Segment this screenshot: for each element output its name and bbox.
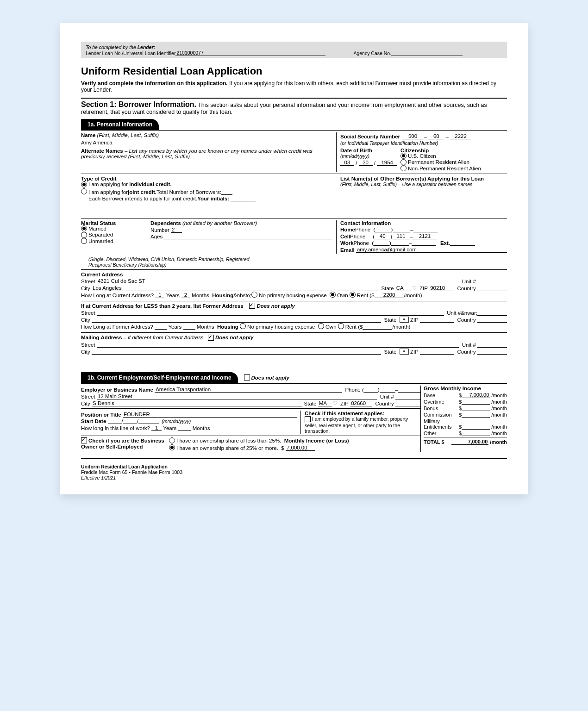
dob-m[interactable]: 03 (340, 160, 354, 166)
initials[interactable] (231, 201, 256, 201)
dependents-num[interactable]: 2 (171, 227, 182, 233)
cell-num[interactable]: 2121 (413, 233, 437, 239)
credit-type-label: Type of Credit (81, 176, 340, 181)
dropdown-icon[interactable]: ♡ (412, 285, 417, 291)
dependents-ages[interactable] (164, 239, 332, 239)
tab-1b: 1b. Current Employment/Self-Employment a… (81, 372, 238, 383)
marital-contact-row: Marital Status Married Separated Unmarri… (81, 218, 507, 256)
employer-name[interactable]: America Transportation (155, 387, 342, 393)
cell-area[interactable]: 40 (375, 233, 390, 239)
radio-icon (81, 188, 87, 194)
cur-state[interactable]: CA (395, 285, 411, 291)
dropdown-icon[interactable]: ▼ (400, 349, 409, 355)
other-borrowers-label: List Name(s) of Other Borrower(s) Applyi… (340, 176, 507, 181)
name-label: Name (81, 132, 95, 138)
marital-label: Marital Status (81, 220, 150, 226)
checkbox-icon[interactable] (244, 374, 250, 380)
dependents-label: Dependents (150, 220, 181, 226)
citizenship-label: Citizenship (400, 148, 481, 153)
share-lt25[interactable]: I have an ownership share of less than 2… (169, 438, 420, 444)
checkbox-icon[interactable] (208, 335, 214, 341)
tab1b-row: 1b. Current Employment/Self-Employment a… (81, 368, 507, 383)
name-value[interactable]: Amy America (81, 140, 332, 145)
lender-instruction: To be completed by the Lender: (86, 44, 502, 50)
separated[interactable]: Separated (81, 232, 150, 238)
radio-icon[interactable] (318, 323, 324, 329)
radio-icon (400, 153, 407, 159)
radio-icon (81, 181, 87, 187)
checkbox-icon[interactable] (249, 303, 255, 309)
section-1-header: Section 1: Borrower Information. This se… (81, 100, 507, 115)
radio-icon (169, 444, 175, 450)
radio-icon (169, 437, 175, 443)
radio-icon (400, 159, 407, 165)
radio-icon (81, 238, 87, 244)
position[interactable]: FOUNDER (123, 412, 297, 418)
personal-info-row1: Name (First, Middle, Last, Suffix) Amy A… (81, 130, 507, 174)
radio-icon[interactable] (330, 292, 336, 298)
cur-zip[interactable]: 90210 (429, 285, 454, 291)
tab-1a: 1a. Personal Information (81, 119, 159, 130)
marital-fine: (Single, Divorced, Widowed, Civil Union,… (88, 256, 274, 268)
ssn-3[interactable]: 2222 (450, 133, 471, 139)
dob-y[interactable]: 1954 (377, 160, 397, 166)
lender-box: To be completed by the Lender: Lender Lo… (81, 42, 507, 58)
credit-joint[interactable]: I am applying for joint credit. Total Nu… (81, 189, 340, 195)
credit-individual[interactable]: I am applying for individual credit. (81, 181, 340, 187)
radio-icon (400, 165, 407, 171)
cell-pre[interactable]: 111 (392, 233, 410, 239)
contact-label: Contact Information (340, 220, 507, 226)
email[interactable]: amy.america@gmail.com (356, 247, 507, 253)
divider (81, 98, 507, 99)
cit-pra[interactable]: Permanent Resident Alien (400, 159, 481, 165)
share-ge25[interactable]: I have an ownership share of 25% or more… (169, 445, 420, 451)
cur-city[interactable]: Los Angeles (92, 285, 378, 291)
form-page: To be completed by the Lender: Lender Lo… (60, 23, 528, 494)
radio-icon (81, 225, 87, 231)
rent-amount[interactable]: 2200 (375, 292, 404, 298)
dob-d[interactable]: 30 (359, 160, 373, 166)
radio-icon[interactable] (338, 323, 344, 329)
ssn-1[interactable]: 500 (403, 133, 423, 139)
checkbox-icon[interactable] (81, 437, 87, 443)
emp-city[interactable]: S Dennis (92, 400, 302, 406)
emp-zip[interactable]: 02660 (350, 400, 372, 406)
loan-no-label: Lender Loan No./Universal Loan Identifie… (86, 50, 175, 56)
dropdown-icon[interactable]: ♡ (333, 400, 338, 406)
altname-label: Alternate Names (81, 148, 123, 154)
current-address: Current Address Street 4321 Cul de Sac S… (81, 269, 507, 301)
income-base[interactable]: 7,000.00 (462, 392, 490, 398)
dob-label: Date of Birth (340, 148, 400, 153)
ssn-2[interactable]: 60 (428, 133, 444, 139)
former-address: If at Current Address for LESS than 2 ye… (81, 301, 507, 332)
ssn-label: Social Security Number (340, 134, 400, 139)
form-intro: Verify and complete the information on t… (81, 80, 507, 93)
checkbox-icon[interactable] (305, 416, 311, 422)
form-title: Uniform Residential Loan Application (81, 65, 507, 77)
cit-npra[interactable]: Non-Permanent Resident Alien (400, 166, 481, 172)
footer: Uniform Residential Loan Application Fre… (81, 464, 507, 480)
monthly-income[interactable]: 7,000.00 (286, 445, 315, 451)
income-total[interactable]: 7,000.00 (451, 439, 488, 445)
credit-row: Type of Credit I am applying for individ… (81, 174, 507, 204)
radio-icon (81, 232, 87, 238)
emp-street[interactable]: 12 Main Street (97, 393, 377, 399)
employment-block: Employer or Business Name America Transp… (81, 383, 507, 454)
mailing-address: Mailing Address – if different from Curr… (81, 332, 507, 357)
radio-icon[interactable] (350, 292, 356, 298)
dropdown-icon[interactable]: ▼ (400, 317, 409, 323)
gross-income: Gross Monthly Income Base$7,000.00 /mont… (420, 386, 507, 452)
divider (81, 458, 507, 459)
emp-state[interactable]: MA (318, 400, 332, 406)
loan-no-value[interactable]: 2101000077 (175, 50, 325, 56)
married[interactable]: Married (81, 226, 150, 232)
cit-us[interactable]: U.S. Citizen (400, 153, 481, 159)
cur-street[interactable]: 4321 Cul de Sac ST (97, 278, 459, 284)
radio-icon[interactable] (240, 323, 246, 329)
agency-case-value[interactable] (391, 56, 463, 56)
radio-icon[interactable] (251, 292, 257, 298)
agency-case-label: Agency Case No. (353, 50, 391, 56)
unmarried[interactable]: Unmarried (81, 238, 150, 244)
